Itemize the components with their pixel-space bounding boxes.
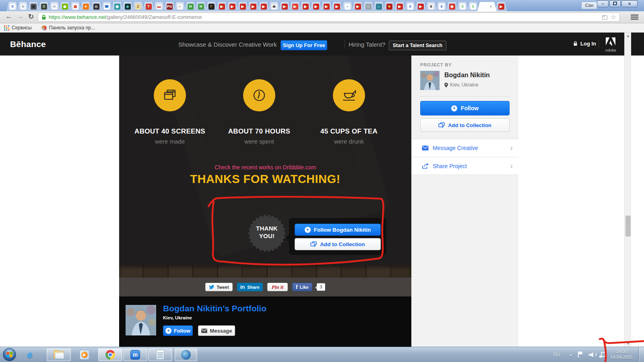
- youtube-tab[interactable]: ▶: [331, 2, 343, 11]
- youtube-tab[interactable]: ▶: [279, 2, 291, 11]
- youtube-tab[interactable]: ▶: [299, 2, 312, 11]
- steam-tab[interactable]: S: [38, 2, 50, 11]
- tweet-button[interactable]: Tweet: [205, 283, 232, 291]
- youtube-tab[interactable]: ▶: [310, 2, 322, 11]
- youtube-tab-light[interactable]: ▶: [289, 2, 301, 11]
- volume-icon[interactable]: [589, 352, 593, 357]
- pattern-tab[interactable]: ▩: [69, 2, 81, 11]
- start-button[interactable]: [3, 348, 16, 361]
- sidebar-avatar[interactable]: [420, 71, 440, 90]
- target-tab[interactable]: ◍: [446, 2, 458, 11]
- news-tab[interactable]: ▬: [153, 2, 165, 11]
- t-tab[interactable]: T: [142, 2, 155, 11]
- close-button[interactable]: ×: [621, 0, 638, 7]
- youtube-tab[interactable]: ▶: [237, 2, 249, 11]
- dots-tab[interactable]: ∴: [362, 2, 374, 11]
- talent-search-button[interactable]: Start a Talent Search: [389, 41, 446, 50]
- show-desktop-button[interactable]: [639, 347, 644, 362]
- star-tab[interactable]: ☆: [17, 2, 29, 11]
- language-indicator[interactable]: RU: [553, 352, 560, 358]
- dribbble-link[interactable]: Check the recent works on Dribbble.com: [119, 164, 411, 171]
- gamma-tab[interactable]: Г: [205, 2, 217, 11]
- film-tab[interactable]: ◎: [90, 2, 102, 11]
- z-tab[interactable]: Z: [132, 2, 144, 11]
- login-button[interactable]: Log In: [573, 41, 596, 47]
- taskbar-firefox[interactable]: [175, 348, 197, 361]
- scrollbar-thumb[interactable]: [625, 216, 631, 237]
- taskbar-explorer[interactable]: [47, 348, 71, 361]
- dots-teal-tab[interactable]: ∴: [373, 2, 385, 11]
- gem-tab[interactable]: ◆: [122, 2, 134, 11]
- add-to-collection-button[interactable]: Add to Collection: [295, 238, 381, 250]
- sidebar-follow-button[interactable]: + Follow: [420, 101, 510, 115]
- skull-tab[interactable]: ☠: [268, 2, 280, 11]
- follow-author-button[interactable]: + Follow Bogdan Nikitin: [295, 224, 381, 236]
- youtube-tab[interactable]: ▶: [394, 2, 406, 11]
- restore-button[interactable]: [609, 0, 621, 7]
- google-tab[interactable]: 8: [436, 2, 448, 11]
- bookmark-services[interactable]: Сервисы: [4, 25, 32, 31]
- taskbar-chrome[interactable]: [98, 348, 122, 361]
- network-icon[interactable]: [601, 352, 607, 357]
- bookmark-star-icon[interactable]: ☆: [611, 14, 616, 21]
- taskbar-ie[interactable]: e: [21, 348, 39, 361]
- call-tab[interactable]: ☎: [101, 2, 113, 11]
- portfolio-title-link[interactable]: Bogdan Nikitin's Portfolio: [163, 304, 266, 313]
- emblem-tab[interactable]: ★: [383, 2, 395, 11]
- youtube-tab[interactable]: ▶: [352, 2, 364, 11]
- youtube-tab[interactable]: ▶: [226, 2, 238, 11]
- six-tab[interactable]: 6: [425, 2, 437, 11]
- owner-message-button[interactable]: Message: [198, 325, 235, 336]
- youtube-tab[interactable]: ▶: [247, 2, 259, 11]
- youtube-tab[interactable]: ▶: [495, 2, 507, 11]
- forward-icon[interactable]: →: [17, 12, 24, 21]
- google-tab[interactable]: 8: [404, 2, 416, 11]
- gamepad-tab[interactable]: ▦: [27, 2, 39, 11]
- youtube-tab[interactable]: ▶: [320, 2, 332, 11]
- pinit-button[interactable]: Pin it: [267, 283, 288, 291]
- action-center-flag-icon[interactable]: ×: [578, 352, 583, 358]
- owner-avatar[interactable]: [126, 305, 156, 335]
- paw-tab[interactable]: ●: [80, 2, 92, 11]
- active-tab[interactable]: ×: [477, 2, 497, 11]
- facebook-like-button[interactable]: f Like: [292, 283, 312, 291]
- drop-tab[interactable]: ◗: [341, 2, 353, 11]
- h-tab[interactable]: H: [184, 2, 196, 11]
- key-tab[interactable]: ⌐: [174, 2, 186, 11]
- tg-tab[interactable]: ◉: [111, 2, 123, 11]
- back-icon[interactable]: ←: [6, 12, 12, 21]
- taskbar-notepad[interactable]: [148, 348, 172, 361]
- taskbar-maxthon[interactable]: m: [123, 348, 147, 361]
- owner-follow-button[interactable]: + Follow: [163, 325, 193, 336]
- tray-expand-icon[interactable]: ▴: [570, 353, 572, 357]
- message-creative-row[interactable]: Message Creative ›: [411, 139, 518, 157]
- behance-logo[interactable]: Bēhance: [10, 39, 46, 49]
- linkedin-share-button[interactable]: in Share: [237, 283, 263, 291]
- reload-icon[interactable]: ↻: [28, 12, 34, 21]
- chrome-profile-button[interactable]: Сан: [581, 2, 597, 9]
- pg-tab[interactable]: PG: [163, 2, 175, 11]
- google-tab[interactable]: 8: [6, 2, 19, 11]
- page-scrollbar[interactable]: ▲ ▼: [624, 33, 631, 347]
- bookmark-launcher[interactable]: Панель запуска пр...: [41, 25, 95, 31]
- taskbar-wmp[interactable]: ▶: [74, 348, 95, 361]
- skrill-tab[interactable]: S: [456, 2, 469, 11]
- skrill-tab[interactable]: S: [467, 2, 479, 11]
- sidebar-add-collection-button[interactable]: Add to Collection: [420, 118, 510, 132]
- h-tab[interactable]: H: [195, 2, 207, 11]
- address-bar[interactable]: https://www.behance.net/gallery/24660049…: [38, 12, 620, 22]
- chrome-menu-icon[interactable]: [631, 14, 638, 20]
- taskbar-clock[interactable]: 14:00 14.04.2015: [609, 349, 634, 360]
- creator-name-link[interactable]: Bogdan Nikitin: [444, 72, 490, 79]
- adobe-link[interactable]: Adobe: [603, 37, 618, 52]
- translate-icon[interactable]: [602, 15, 607, 20]
- signup-button[interactable]: Sign Up For Free: [281, 40, 327, 50]
- share-project-row[interactable]: Share Project ›: [411, 157, 518, 175]
- youtube-tab[interactable]: ▶: [415, 2, 427, 11]
- scroll-up-icon[interactable]: ▲: [625, 34, 632, 38]
- nvidia-tab[interactable]: ◉: [59, 2, 71, 11]
- star-tab[interactable]: ☆: [48, 2, 60, 11]
- youtube-tab[interactable]: ▶: [216, 2, 228, 11]
- minimize-button[interactable]: –: [597, 0, 609, 7]
- scroll-down-icon[interactable]: ▼: [625, 341, 632, 346]
